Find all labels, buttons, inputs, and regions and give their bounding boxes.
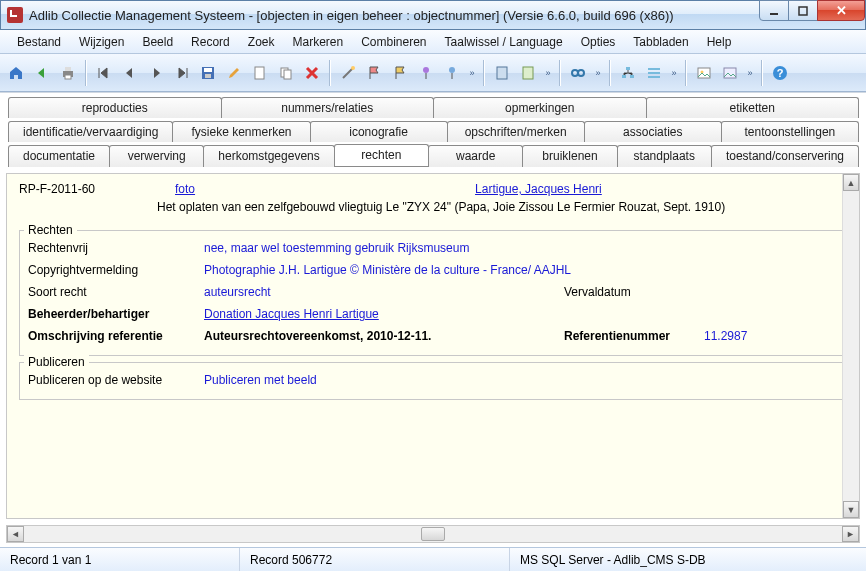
home-icon[interactable] bbox=[4, 61, 28, 85]
scroll-down-icon[interactable]: ▼ bbox=[843, 501, 859, 518]
edit-icon[interactable] bbox=[222, 61, 246, 85]
scroll-up-icon[interactable]: ▲ bbox=[843, 174, 859, 191]
publish-value[interactable]: Publiceren met beeld bbox=[204, 373, 838, 387]
copyright-value[interactable]: Photographie J.H. Lartigue © Ministère d… bbox=[204, 263, 838, 277]
list-icon[interactable] bbox=[642, 61, 666, 85]
tab-iconografie[interactable]: iconografie bbox=[310, 121, 448, 142]
menu-taalwissel[interactable]: Taalwissel / Language bbox=[436, 32, 572, 52]
tab-opschriften[interactable]: opschriften/merken bbox=[447, 121, 585, 142]
svg-rect-3 bbox=[65, 67, 71, 71]
tab-verwerving[interactable]: verwerving bbox=[109, 145, 204, 167]
soort-value[interactable]: auteursrecht bbox=[204, 285, 564, 299]
tab-toestand[interactable]: toestand/conservering bbox=[711, 145, 859, 167]
beheerder-value[interactable]: Donation Jacques Henri Lartigue bbox=[204, 307, 838, 321]
menu-zoek[interactable]: Zoek bbox=[239, 32, 284, 52]
tab-identificatie[interactable]: identificatie/vervaardiging bbox=[8, 121, 173, 142]
menu-wijzigen[interactable]: Wijzigen bbox=[70, 32, 133, 52]
horizontal-scrollbar[interactable]: ◄ ► bbox=[6, 525, 860, 543]
pin2-icon[interactable] bbox=[440, 61, 464, 85]
rechtenvrij-value[interactable]: nee, maar wel toestemming gebruik Rijksm… bbox=[204, 241, 838, 255]
doc2-icon[interactable] bbox=[516, 61, 540, 85]
link-icon[interactable] bbox=[566, 61, 590, 85]
scroll-thumb[interactable] bbox=[421, 527, 445, 541]
scroll-left-icon[interactable]: ◄ bbox=[7, 526, 24, 542]
tree-icon[interactable] bbox=[616, 61, 640, 85]
tab-bruiklenen[interactable]: bruiklenen bbox=[522, 145, 617, 167]
tabstrip-row2: identificatie/vervaardiging fysieke kenm… bbox=[0, 117, 866, 141]
omschrijving-value[interactable]: Auteursrechtovereenkomst, 2010-12-11. bbox=[204, 329, 564, 343]
tab-nummers[interactable]: nummers/relaties bbox=[221, 97, 435, 118]
tab-tentoonstellingen[interactable]: tentoonstellingen bbox=[721, 121, 859, 142]
first-icon[interactable] bbox=[92, 61, 116, 85]
menu-markeren[interactable]: Markeren bbox=[283, 32, 352, 52]
flag2-icon[interactable] bbox=[388, 61, 412, 85]
rights-fieldset: Rechten Rechtenvrij nee, maar wel toeste… bbox=[19, 230, 847, 356]
save-icon[interactable] bbox=[196, 61, 220, 85]
tab-herkomst[interactable]: herkomstgegevens bbox=[203, 145, 334, 167]
minimize-button[interactable] bbox=[759, 0, 789, 21]
svg-rect-24 bbox=[698, 68, 710, 78]
status-record-id: Record 506772 bbox=[240, 548, 510, 571]
next-icon[interactable] bbox=[144, 61, 168, 85]
new-icon[interactable] bbox=[248, 61, 272, 85]
delete-icon[interactable] bbox=[300, 61, 324, 85]
vertical-scrollbar[interactable]: ▲ ▼ bbox=[842, 174, 859, 518]
print-icon[interactable] bbox=[56, 61, 80, 85]
menu-help[interactable]: Help bbox=[698, 32, 741, 52]
svg-rect-4 bbox=[65, 75, 71, 79]
window-controls: ✕ bbox=[760, 0, 865, 21]
prev-icon[interactable] bbox=[118, 61, 142, 85]
flag1-icon[interactable] bbox=[362, 61, 386, 85]
overflow3-icon[interactable] bbox=[592, 70, 604, 76]
menu-tabbladen[interactable]: Tabbladen bbox=[624, 32, 697, 52]
object-number: RP-F-2011-60 bbox=[19, 182, 95, 196]
image1-icon[interactable] bbox=[692, 61, 716, 85]
object-type[interactable]: foto bbox=[175, 182, 195, 196]
svg-rect-21 bbox=[648, 68, 660, 70]
tab-waarde[interactable]: waarde bbox=[428, 145, 523, 167]
tab-etiketten[interactable]: etiketten bbox=[646, 97, 860, 118]
svg-rect-18 bbox=[626, 67, 630, 70]
menu-record[interactable]: Record bbox=[182, 32, 239, 52]
tab-rechten[interactable]: rechten bbox=[334, 144, 429, 166]
svg-rect-1 bbox=[799, 7, 807, 15]
maximize-button[interactable] bbox=[788, 0, 818, 21]
image2-icon[interactable] bbox=[718, 61, 742, 85]
back-icon[interactable] bbox=[30, 61, 54, 85]
menu-combineren[interactable]: Combineren bbox=[352, 32, 435, 52]
doc1-icon[interactable] bbox=[490, 61, 514, 85]
overflow1-icon[interactable] bbox=[466, 70, 478, 76]
overflow2-icon[interactable] bbox=[542, 70, 554, 76]
overflow4-icon[interactable] bbox=[668, 70, 680, 76]
svg-point-12 bbox=[423, 67, 429, 73]
copy-icon[interactable] bbox=[274, 61, 298, 85]
soort-label: Soort recht bbox=[28, 285, 204, 299]
menubar: Bestand Wijzigen Beeld Record Zoek Marke… bbox=[0, 30, 866, 54]
svg-rect-15 bbox=[523, 67, 533, 79]
tab-opmerkingen[interactable]: opmerkingen bbox=[433, 97, 647, 118]
titlebar: Adlib Collectie Management Systeem - [ob… bbox=[0, 0, 866, 30]
svg-rect-23 bbox=[648, 76, 660, 78]
tab-standplaats[interactable]: standplaats bbox=[617, 145, 712, 167]
tab-fysieke[interactable]: fysieke kenmerken bbox=[172, 121, 310, 142]
pin1-icon[interactable] bbox=[414, 61, 438, 85]
verval-label: Vervaldatum bbox=[564, 285, 704, 299]
tab-associaties[interactable]: associaties bbox=[584, 121, 722, 142]
artist-link[interactable]: Lartigue, Jacques Henri bbox=[475, 182, 602, 196]
last-icon[interactable] bbox=[170, 61, 194, 85]
menu-bestand[interactable]: Bestand bbox=[8, 32, 70, 52]
svg-rect-22 bbox=[648, 72, 660, 74]
menu-beeld[interactable]: Beeld bbox=[133, 32, 182, 52]
tab-documentatie[interactable]: documentatie bbox=[8, 145, 110, 167]
close-button[interactable]: ✕ bbox=[817, 0, 865, 21]
menu-opties[interactable]: Opties bbox=[572, 32, 625, 52]
svg-rect-0 bbox=[770, 13, 778, 15]
status-db: MS SQL Server - Adlib_CMS S-DB bbox=[510, 548, 866, 571]
publish-legend: Publiceren bbox=[24, 355, 89, 369]
wand-icon[interactable] bbox=[336, 61, 360, 85]
help-icon[interactable]: ? bbox=[768, 61, 792, 85]
refnr-value[interactable]: 11.2987 bbox=[704, 329, 794, 343]
scroll-right-icon[interactable]: ► bbox=[842, 526, 859, 542]
tab-reproducties[interactable]: reproducties bbox=[8, 97, 222, 118]
overflow5-icon[interactable] bbox=[744, 70, 756, 76]
